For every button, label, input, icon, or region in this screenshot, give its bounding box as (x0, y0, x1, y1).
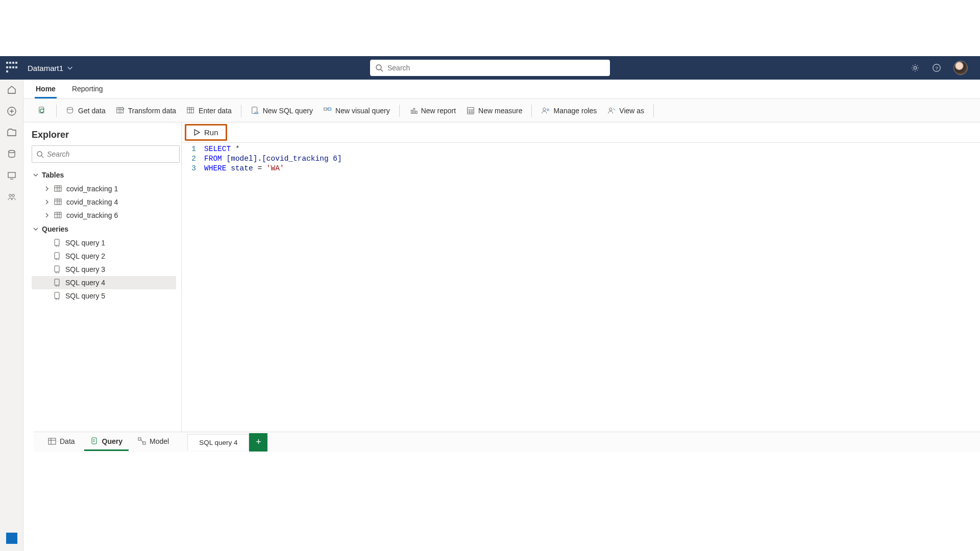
sql-file-icon: SQL (53, 252, 61, 260)
manage-roles-button[interactable]: Manage roles (537, 103, 601, 118)
mode-data-label: Data (60, 437, 75, 445)
query-tab-active[interactable]: SQL query 4 (187, 434, 249, 450)
explorer-panel: Explorer Tables covid_tracking 1covid_tr… (23, 122, 182, 452)
run-button[interactable]: Run (185, 124, 227, 141)
query-file-icon (90, 437, 99, 445)
table-item[interactable]: covid_tracking 1 (32, 182, 176, 195)
svg-rect-41 (55, 212, 61, 218)
svg-text:SQL: SQL (55, 298, 60, 300)
refresh-button[interactable] (34, 103, 51, 118)
mode-data[interactable]: Data (42, 433, 81, 451)
play-icon (193, 129, 200, 136)
svg-rect-20 (411, 110, 412, 113)
new-sql-query-button[interactable]: SQLNew SQL query (247, 103, 317, 118)
query-item-label: SQL query 3 (65, 265, 105, 273)
main-body: Explorer Tables covid_tracking 1covid_tr… (0, 122, 980, 452)
table-icon (48, 437, 56, 445)
global-search[interactable] (370, 60, 610, 76)
nav-datahub-icon[interactable] (7, 149, 17, 159)
mode-model[interactable]: Model (132, 433, 175, 451)
tables-group[interactable]: Tables (32, 168, 176, 182)
workspace-name[interactable]: Datamart1 (28, 64, 63, 72)
view-as-button[interactable]: View as (603, 103, 648, 118)
tab-home[interactable]: Home (35, 81, 57, 98)
app-launcher-icon[interactable] (6, 62, 18, 74)
get-data-button[interactable]: Get data (62, 103, 110, 118)
new-report-label: New report (421, 107, 456, 115)
nav-browse-icon[interactable] (7, 128, 17, 138)
svg-line-1 (381, 69, 383, 71)
svg-rect-17 (324, 108, 327, 110)
svg-line-63 (141, 439, 143, 443)
left-nav-rail (0, 80, 23, 551)
query-item[interactable]: SQLSQL query 1 (32, 236, 176, 249)
table-item[interactable]: covid_tracking 4 (32, 195, 176, 209)
sql-editor-area: Run 1SELECT *2FROM [model].[covid_tracki… (182, 122, 980, 452)
svg-text:SQL: SQL (55, 271, 60, 273)
sql-code-editor[interactable]: 1SELECT *2FROM [model].[covid_tracking 6… (182, 143, 980, 176)
table-item-label: covid_tracking 6 (66, 211, 118, 219)
svg-text:SQL: SQL (254, 112, 259, 114)
enter-data-button[interactable]: Enter data (182, 103, 236, 118)
svg-text:SQL: SQL (55, 285, 60, 287)
nav-active-workspace-icon[interactable] (6, 533, 17, 544)
new-visual-query-button[interactable]: New visual query (319, 103, 394, 118)
mode-model-label: Model (150, 437, 169, 445)
table-item-label: covid_tracking 4 (66, 198, 118, 206)
svg-rect-37 (55, 199, 61, 205)
chevron-down-icon[interactable] (66, 64, 74, 71)
chevron-right-icon (44, 212, 50, 218)
query-item[interactable]: SQLSQL query 4 (32, 276, 176, 289)
table-icon (54, 198, 62, 206)
new-measure-button[interactable]: New measure (462, 103, 526, 118)
svg-rect-55 (48, 438, 56, 444)
svg-rect-18 (328, 108, 331, 110)
chevron-down-icon (33, 226, 39, 232)
queries-group[interactable]: Queries (32, 222, 176, 236)
mode-query[interactable]: Query (84, 433, 129, 451)
tables-label: Tables (42, 171, 64, 179)
manage-roles-label: Manage roles (553, 107, 597, 115)
search-icon (375, 64, 383, 72)
svg-point-2 (914, 66, 916, 69)
view-mode-bar: Data Query Model SQL query 4 + (34, 432, 980, 452)
query-item[interactable]: SQLSQL query 5 (32, 289, 176, 303)
add-query-tab[interactable]: + (249, 433, 267, 452)
nav-home-icon[interactable] (7, 85, 17, 95)
user-avatar[interactable] (953, 61, 968, 75)
nav-monitor-icon[interactable] (7, 170, 17, 181)
svg-point-70 (9, 194, 11, 197)
svg-rect-68 (8, 172, 15, 178)
tab-reporting[interactable]: Reporting (71, 81, 104, 98)
explorer-title: Explorer (32, 130, 176, 140)
top-header: Datamart1 ? (0, 56, 980, 80)
svg-point-31 (37, 151, 42, 156)
svg-rect-7 (117, 107, 124, 113)
chevron-right-icon (44, 186, 50, 192)
transform-data-label: Transform data (128, 107, 176, 115)
chevron-right-icon (44, 199, 50, 205)
svg-point-30 (609, 108, 612, 110)
query-item-label: SQL query 5 (65, 292, 105, 300)
settings-icon[interactable] (911, 63, 920, 72)
model-icon (138, 437, 146, 445)
nav-workspaces-icon[interactable] (7, 192, 17, 202)
new-sql-query-label: New SQL query (263, 107, 313, 115)
explorer-tree: Tables covid_tracking 1covid_tracking 4c… (32, 168, 176, 303)
svg-rect-61 (138, 438, 141, 440)
explorer-search-input[interactable] (47, 150, 175, 158)
table-item[interactable]: covid_tracking 6 (32, 209, 176, 222)
global-search-input[interactable] (387, 64, 605, 72)
svg-point-6 (67, 107, 73, 109)
page-tabs: Home Reporting (0, 80, 980, 99)
svg-text:SQL: SQL (55, 258, 60, 260)
svg-point-29 (547, 109, 549, 111)
transform-data-button[interactable]: Transform data (112, 103, 180, 118)
explorer-search[interactable] (32, 145, 180, 163)
help-icon[interactable]: ? (932, 63, 941, 72)
query-item[interactable]: SQLSQL query 3 (32, 263, 176, 276)
query-item[interactable]: SQLSQL query 2 (32, 249, 176, 263)
new-report-button[interactable]: New report (405, 103, 460, 118)
new-measure-label: New measure (478, 107, 522, 115)
nav-create-icon[interactable] (7, 106, 17, 116)
